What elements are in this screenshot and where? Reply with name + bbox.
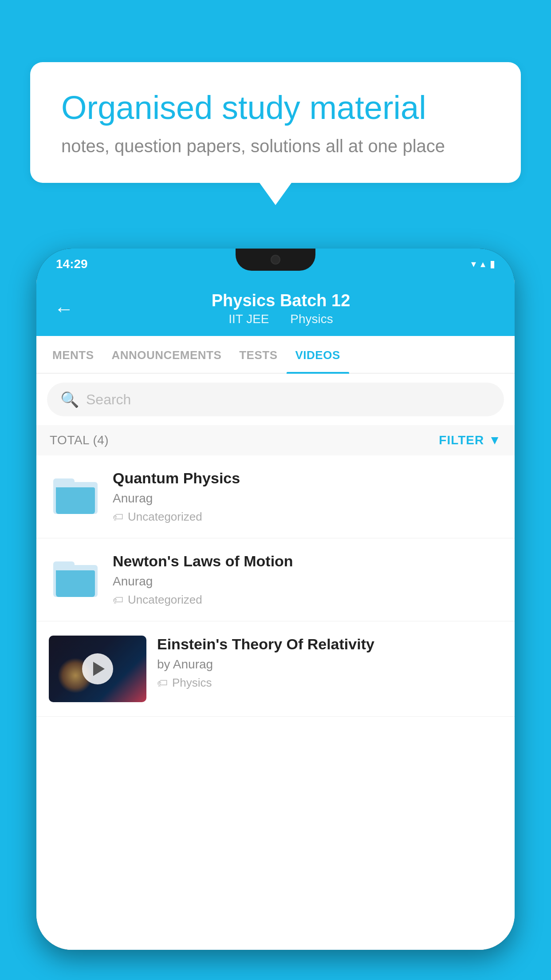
tag-icon-2: 🏷 <box>113 594 123 606</box>
phone-camera <box>271 255 280 265</box>
speech-bubble-arrow <box>260 183 291 205</box>
video-author-3: by Anurag <box>157 657 502 672</box>
speech-bubble-wrapper: Organised study material notes, question… <box>30 62 521 205</box>
list-item[interactable]: Newton's Laws of Motion Anurag 🏷 Uncateg… <box>36 538 515 621</box>
video-thumbnail-3 <box>49 636 146 702</box>
tag-icon-1: 🏷 <box>113 511 123 523</box>
battery-icon: ▮ <box>490 258 495 270</box>
filter-label: FILTER <box>439 433 484 447</box>
video-tag-row-2: 🏷 Uncategorized <box>113 593 502 607</box>
video-tag-3: Physics <box>172 676 212 690</box>
folder-front <box>56 570 95 597</box>
total-count: TOTAL (4) <box>50 433 109 447</box>
status-bar: 14:29 ▾ ▴ ▮ <box>36 249 515 280</box>
status-icons: ▾ ▴ ▮ <box>471 258 495 270</box>
tag-icon-3: 🏷 <box>157 677 168 689</box>
video-title-2: Newton's Laws of Motion <box>113 553 502 570</box>
video-list: Quantum Physics Anurag 🏷 Uncategorized <box>36 455 515 950</box>
speech-bubble: Organised study material notes, question… <box>30 62 521 183</box>
video-tag-2: Uncategorized <box>128 593 202 607</box>
wifi-icon: ▾ <box>471 258 476 270</box>
phone-frame: 14:29 ▾ ▴ ▮ ← Physics Batch 12 IIT JEE P… <box>36 249 515 950</box>
tabs-bar: MENTS ANNOUNCEMENTS TESTS VIDEOS <box>36 336 515 374</box>
app-content: ← Physics Batch 12 IIT JEE Physics MENTS… <box>36 280 515 950</box>
header-title: Physics Batch 12 <box>84 291 477 310</box>
search-bar-wrapper: 🔍 Search <box>36 374 515 425</box>
list-item[interactable]: Quantum Physics Anurag 🏷 Uncategorized <box>36 455 515 538</box>
back-button[interactable]: ← <box>54 299 74 319</box>
folder-tab <box>53 561 75 569</box>
play-button-3[interactable] <box>82 653 113 684</box>
list-item[interactable]: Einstein's Theory Of Relativity by Anura… <box>36 621 515 717</box>
tab-videos[interactable]: VIDEOS <box>287 336 349 373</box>
video-tag-row-3: 🏷 Physics <box>157 676 502 690</box>
filter-row: TOTAL (4) FILTER ▼ <box>36 425 515 455</box>
filter-icon: ▼ <box>488 433 501 447</box>
search-bar[interactable]: 🔍 Search <box>47 383 504 416</box>
speech-bubble-subtitle: notes, question papers, solutions all at… <box>61 136 490 156</box>
speech-bubble-title: Organised study material <box>61 89 490 126</box>
folder-icon-2 <box>53 561 98 597</box>
video-title-1: Quantum Physics <box>113 470 502 487</box>
tab-announcements[interactable]: ANNOUNCEMENTS <box>103 336 231 373</box>
video-tag-row-1: 🏷 Uncategorized <box>113 510 502 524</box>
header-subtitle: IIT JEE Physics <box>84 312 477 326</box>
folder-tab <box>53 478 75 486</box>
video-title-3: Einstein's Theory Of Relativity <box>157 636 502 653</box>
video-tag-1: Uncategorized <box>128 510 202 524</box>
tab-ments[interactable]: MENTS <box>43 336 103 373</box>
folder-icon-1 <box>53 478 98 514</box>
folder-front <box>56 487 95 514</box>
folder-thumbnail-2 <box>49 553 102 606</box>
folder-thumbnail-1 <box>49 470 102 523</box>
video-info-2: Newton's Laws of Motion Anurag 🏷 Uncateg… <box>113 553 502 607</box>
header-subtitle-part2: Physics <box>290 312 333 326</box>
header-title-block: Physics Batch 12 IIT JEE Physics <box>84 291 497 326</box>
video-author-2: Anurag <box>113 574 502 589</box>
video-info-1: Quantum Physics Anurag 🏷 Uncategorized <box>113 470 502 524</box>
status-time: 14:29 <box>56 257 88 271</box>
tab-tests[interactable]: TESTS <box>230 336 286 373</box>
search-icon: 🔍 <box>60 391 79 408</box>
search-placeholder: Search <box>86 391 131 408</box>
app-header: ← Physics Batch 12 IIT JEE Physics <box>36 280 515 336</box>
video-info-3: Einstein's Theory Of Relativity by Anura… <box>157 636 502 690</box>
phone-notch <box>236 249 315 271</box>
video-author-1: Anurag <box>113 491 502 506</box>
play-triangle-icon <box>93 662 105 676</box>
filter-button[interactable]: FILTER ▼ <box>439 433 501 447</box>
signal-icon: ▴ <box>480 258 485 270</box>
thumbnail-overlay <box>49 636 146 702</box>
header-subtitle-part1: IIT JEE <box>228 312 269 326</box>
